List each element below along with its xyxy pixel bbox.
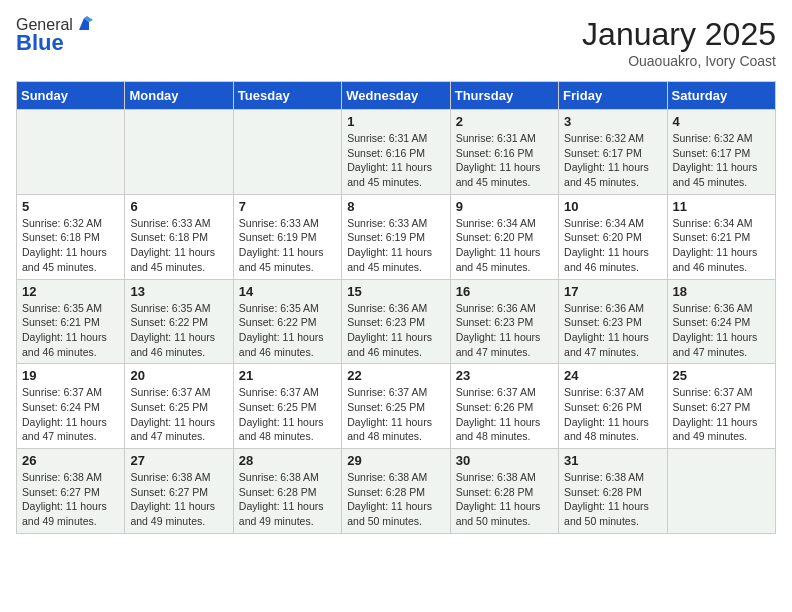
calendar-cell: 5Sunrise: 6:32 AM Sunset: 6:18 PM Daylig… <box>17 194 125 279</box>
day-detail: Sunrise: 6:38 AM Sunset: 6:28 PM Dayligh… <box>347 470 444 529</box>
calendar-cell: 18Sunrise: 6:36 AM Sunset: 6:24 PM Dayli… <box>667 279 775 364</box>
day-detail: Sunrise: 6:36 AM Sunset: 6:23 PM Dayligh… <box>347 301 444 360</box>
day-detail: Sunrise: 6:32 AM Sunset: 6:18 PM Dayligh… <box>22 216 119 275</box>
day-number: 3 <box>564 114 661 129</box>
day-number: 9 <box>456 199 553 214</box>
calendar-cell: 20Sunrise: 6:37 AM Sunset: 6:25 PM Dayli… <box>125 364 233 449</box>
page-header: General Blue January 2025 Ouaouakro, Ivo… <box>16 16 776 69</box>
calendar-cell: 3Sunrise: 6:32 AM Sunset: 6:17 PM Daylig… <box>559 110 667 195</box>
day-detail: Sunrise: 6:32 AM Sunset: 6:17 PM Dayligh… <box>673 131 770 190</box>
day-header-thursday: Thursday <box>450 82 558 110</box>
day-number: 10 <box>564 199 661 214</box>
day-detail: Sunrise: 6:31 AM Sunset: 6:16 PM Dayligh… <box>347 131 444 190</box>
day-header-sunday: Sunday <box>17 82 125 110</box>
calendar-week-3: 19Sunrise: 6:37 AM Sunset: 6:24 PM Dayli… <box>17 364 776 449</box>
day-number: 30 <box>456 453 553 468</box>
calendar-cell: 23Sunrise: 6:37 AM Sunset: 6:26 PM Dayli… <box>450 364 558 449</box>
day-detail: Sunrise: 6:37 AM Sunset: 6:26 PM Dayligh… <box>564 385 661 444</box>
calendar-table: SundayMondayTuesdayWednesdayThursdayFrid… <box>16 81 776 534</box>
day-number: 14 <box>239 284 336 299</box>
calendar-week-1: 5Sunrise: 6:32 AM Sunset: 6:18 PM Daylig… <box>17 194 776 279</box>
day-detail: Sunrise: 6:38 AM Sunset: 6:28 PM Dayligh… <box>564 470 661 529</box>
calendar-cell: 19Sunrise: 6:37 AM Sunset: 6:24 PM Dayli… <box>17 364 125 449</box>
calendar-cell: 28Sunrise: 6:38 AM Sunset: 6:28 PM Dayli… <box>233 449 341 534</box>
calendar-cell: 15Sunrise: 6:36 AM Sunset: 6:23 PM Dayli… <box>342 279 450 364</box>
day-detail: Sunrise: 6:33 AM Sunset: 6:19 PM Dayligh… <box>239 216 336 275</box>
calendar-cell: 14Sunrise: 6:35 AM Sunset: 6:22 PM Dayli… <box>233 279 341 364</box>
calendar-cell: 4Sunrise: 6:32 AM Sunset: 6:17 PM Daylig… <box>667 110 775 195</box>
calendar-cell: 24Sunrise: 6:37 AM Sunset: 6:26 PM Dayli… <box>559 364 667 449</box>
day-header-monday: Monday <box>125 82 233 110</box>
calendar-cell: 25Sunrise: 6:37 AM Sunset: 6:27 PM Dayli… <box>667 364 775 449</box>
day-header-friday: Friday <box>559 82 667 110</box>
day-detail: Sunrise: 6:36 AM Sunset: 6:23 PM Dayligh… <box>456 301 553 360</box>
day-number: 24 <box>564 368 661 383</box>
calendar-header-row: SundayMondayTuesdayWednesdayThursdayFrid… <box>17 82 776 110</box>
logo-blue-text: Blue <box>16 30 64 56</box>
day-detail: Sunrise: 6:34 AM Sunset: 6:20 PM Dayligh… <box>456 216 553 275</box>
day-detail: Sunrise: 6:33 AM Sunset: 6:19 PM Dayligh… <box>347 216 444 275</box>
calendar-cell: 12Sunrise: 6:35 AM Sunset: 6:21 PM Dayli… <box>17 279 125 364</box>
calendar-cell: 9Sunrise: 6:34 AM Sunset: 6:20 PM Daylig… <box>450 194 558 279</box>
day-detail: Sunrise: 6:37 AM Sunset: 6:25 PM Dayligh… <box>239 385 336 444</box>
day-number: 7 <box>239 199 336 214</box>
logo-icon <box>75 16 93 34</box>
day-number: 22 <box>347 368 444 383</box>
calendar-week-4: 26Sunrise: 6:38 AM Sunset: 6:27 PM Dayli… <box>17 449 776 534</box>
day-number: 17 <box>564 284 661 299</box>
calendar-cell: 21Sunrise: 6:37 AM Sunset: 6:25 PM Dayli… <box>233 364 341 449</box>
day-number: 8 <box>347 199 444 214</box>
calendar-cell: 30Sunrise: 6:38 AM Sunset: 6:28 PM Dayli… <box>450 449 558 534</box>
day-detail: Sunrise: 6:38 AM Sunset: 6:28 PM Dayligh… <box>239 470 336 529</box>
calendar-cell <box>667 449 775 534</box>
day-number: 18 <box>673 284 770 299</box>
day-number: 15 <box>347 284 444 299</box>
day-detail: Sunrise: 6:37 AM Sunset: 6:25 PM Dayligh… <box>130 385 227 444</box>
day-number: 19 <box>22 368 119 383</box>
day-detail: Sunrise: 6:35 AM Sunset: 6:22 PM Dayligh… <box>130 301 227 360</box>
calendar-cell: 8Sunrise: 6:33 AM Sunset: 6:19 PM Daylig… <box>342 194 450 279</box>
calendar-cell: 22Sunrise: 6:37 AM Sunset: 6:25 PM Dayli… <box>342 364 450 449</box>
calendar-cell: 16Sunrise: 6:36 AM Sunset: 6:23 PM Dayli… <box>450 279 558 364</box>
day-detail: Sunrise: 6:37 AM Sunset: 6:26 PM Dayligh… <box>456 385 553 444</box>
day-number: 6 <box>130 199 227 214</box>
calendar-cell: 13Sunrise: 6:35 AM Sunset: 6:22 PM Dayli… <box>125 279 233 364</box>
day-detail: Sunrise: 6:31 AM Sunset: 6:16 PM Dayligh… <box>456 131 553 190</box>
title-block: January 2025 Ouaouakro, Ivory Coast <box>582 16 776 69</box>
calendar-cell: 29Sunrise: 6:38 AM Sunset: 6:28 PM Dayli… <box>342 449 450 534</box>
day-header-saturday: Saturday <box>667 82 775 110</box>
day-detail: Sunrise: 6:37 AM Sunset: 6:24 PM Dayligh… <box>22 385 119 444</box>
day-number: 25 <box>673 368 770 383</box>
day-detail: Sunrise: 6:34 AM Sunset: 6:21 PM Dayligh… <box>673 216 770 275</box>
day-number: 11 <box>673 199 770 214</box>
calendar-cell <box>233 110 341 195</box>
day-number: 13 <box>130 284 227 299</box>
calendar-cell: 7Sunrise: 6:33 AM Sunset: 6:19 PM Daylig… <box>233 194 341 279</box>
calendar-cell: 26Sunrise: 6:38 AM Sunset: 6:27 PM Dayli… <box>17 449 125 534</box>
day-detail: Sunrise: 6:32 AM Sunset: 6:17 PM Dayligh… <box>564 131 661 190</box>
day-number: 12 <box>22 284 119 299</box>
day-number: 4 <box>673 114 770 129</box>
logo: General Blue <box>16 16 93 56</box>
day-detail: Sunrise: 6:34 AM Sunset: 6:20 PM Dayligh… <box>564 216 661 275</box>
day-number: 21 <box>239 368 336 383</box>
day-number: 31 <box>564 453 661 468</box>
day-number: 23 <box>456 368 553 383</box>
calendar-cell <box>17 110 125 195</box>
day-detail: Sunrise: 6:38 AM Sunset: 6:27 PM Dayligh… <box>130 470 227 529</box>
day-detail: Sunrise: 6:38 AM Sunset: 6:28 PM Dayligh… <box>456 470 553 529</box>
calendar-cell: 11Sunrise: 6:34 AM Sunset: 6:21 PM Dayli… <box>667 194 775 279</box>
calendar-cell: 1Sunrise: 6:31 AM Sunset: 6:16 PM Daylig… <box>342 110 450 195</box>
day-header-tuesday: Tuesday <box>233 82 341 110</box>
day-number: 1 <box>347 114 444 129</box>
day-number: 26 <box>22 453 119 468</box>
day-detail: Sunrise: 6:36 AM Sunset: 6:23 PM Dayligh… <box>564 301 661 360</box>
day-number: 28 <box>239 453 336 468</box>
day-number: 20 <box>130 368 227 383</box>
day-detail: Sunrise: 6:35 AM Sunset: 6:22 PM Dayligh… <box>239 301 336 360</box>
calendar-cell: 6Sunrise: 6:33 AM Sunset: 6:18 PM Daylig… <box>125 194 233 279</box>
day-number: 16 <box>456 284 553 299</box>
calendar-week-2: 12Sunrise: 6:35 AM Sunset: 6:21 PM Dayli… <box>17 279 776 364</box>
calendar-cell: 27Sunrise: 6:38 AM Sunset: 6:27 PM Dayli… <box>125 449 233 534</box>
day-detail: Sunrise: 6:35 AM Sunset: 6:21 PM Dayligh… <box>22 301 119 360</box>
